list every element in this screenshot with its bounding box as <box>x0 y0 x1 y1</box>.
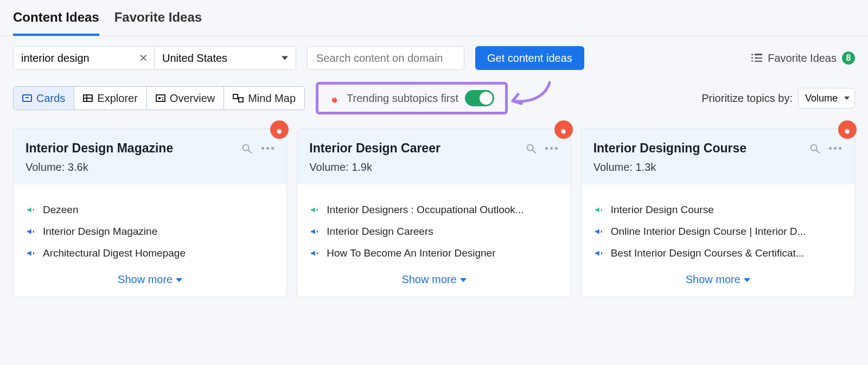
prioritize-control: Prioritize topics by: Volume <box>701 88 855 108</box>
view-explorer[interactable]: Explorer <box>74 87 146 110</box>
trending-toggle-label: Trending subtopics first <box>347 92 458 105</box>
mindmap-icon <box>233 94 244 103</box>
domain-search-input[interactable] <box>307 46 464 70</box>
card-title: Interior Design Career <box>309 141 517 156</box>
flame-icon <box>843 124 852 135</box>
favorite-ideas-count: 8 <box>842 52 855 65</box>
card-header: Interior Design CareerVolume: 1.9k <box>297 129 570 184</box>
megaphone-icon <box>25 248 36 258</box>
search-icon <box>525 143 537 155</box>
search-icon <box>809 143 821 155</box>
megaphone-icon <box>593 205 604 215</box>
trending-toggle[interactable] <box>465 90 494 106</box>
card-volume: Volume: 3.6k <box>25 161 275 174</box>
content-item[interactable]: Interior Designers : Occupational Outloo… <box>309 204 558 216</box>
chevron-down-icon <box>744 278 750 282</box>
tab-favorite-ideas[interactable]: Favorite Ideas <box>114 10 202 36</box>
country-select[interactable]: United States <box>155 47 296 69</box>
favorite-ideas-link[interactable]: Favorite Ideas 8 <box>751 52 855 65</box>
get-content-ideas-button[interactable]: Get content ideas <box>475 46 584 70</box>
search-icon <box>241 143 253 155</box>
content-item-text: Interior Designers : Occupational Outloo… <box>327 204 524 216</box>
card-search-button[interactable] <box>808 142 822 156</box>
show-more-link[interactable]: Show more <box>401 273 466 285</box>
content-item-text: Interior Design Careers <box>327 226 433 238</box>
card-header: Interior Design MagazineVolume: 3.6k <box>14 129 286 184</box>
explorer-icon <box>83 94 93 102</box>
card-header: Interior Designing CourseVolume: 1.3k <box>582 129 854 184</box>
overview-icon <box>156 94 165 102</box>
view-overview-label: Overview <box>170 92 215 105</box>
content-item[interactable]: Dezeen <box>25 204 275 216</box>
content-item[interactable]: Architectural Digest Homepage <box>25 247 275 259</box>
view-overview[interactable]: Overview <box>147 87 224 110</box>
view-cards-label: Cards <box>36 92 65 105</box>
view-explorer-label: Explorer <box>97 92 137 105</box>
megaphone-icon <box>25 227 36 236</box>
more-icon <box>829 147 841 150</box>
flame-icon <box>275 124 284 135</box>
view-toolbar: Cards Explorer Overview Mind Map Trendin… <box>0 76 868 124</box>
topic-card: Interior Designing CourseVolume: 1.3kInt… <box>581 129 855 297</box>
callout-arrow-icon <box>507 79 551 110</box>
show-more-link[interactable]: Show more <box>118 273 182 285</box>
content-item[interactable]: Interior Design Careers <box>309 226 558 238</box>
megaphone-icon <box>25 205 36 215</box>
content-item-text: Dezeen <box>43 204 79 216</box>
card-volume: Volume: 1.9k <box>309 161 558 174</box>
cards-container: Interior Design MagazineVolume: 3.6kDeze… <box>0 124 868 310</box>
tab-content-ideas[interactable]: Content Ideas <box>13 10 99 36</box>
show-more: Show more <box>14 259 286 297</box>
topic-country-group: ✕ United States <box>13 46 296 70</box>
card-more-button[interactable] <box>260 142 275 156</box>
card-more-button[interactable] <box>545 142 559 156</box>
card-body: Interior Design CourseOnline Interior De… <box>582 184 854 259</box>
content-item-text: Online Interior Design Course | Interior… <box>611 226 806 238</box>
topic-input[interactable] <box>14 47 133 69</box>
prioritize-select[interactable]: Volume <box>798 88 855 108</box>
cards-icon <box>22 94 32 102</box>
more-icon <box>261 147 274 150</box>
card-search-button[interactable] <box>240 142 254 156</box>
card-title: Interior Designing Course <box>593 141 801 156</box>
card-search-button[interactable] <box>524 142 538 156</box>
clear-topic-button[interactable]: ✕ <box>133 47 155 69</box>
megaphone-icon <box>593 248 604 258</box>
close-icon: ✕ <box>139 52 148 65</box>
content-item-text: Interior Design Magazine <box>43 226 157 238</box>
content-item[interactable]: Best Interior Design Courses & Certifica… <box>593 247 843 259</box>
view-cards[interactable]: Cards <box>14 87 74 110</box>
content-item[interactable]: Interior Design Magazine <box>25 226 275 238</box>
content-item[interactable]: Online Interior Design Course | Interior… <box>593 226 843 238</box>
show-more: Show more <box>297 259 570 297</box>
card-title: Interior Design Magazine <box>25 141 233 156</box>
trending-badge <box>554 120 573 139</box>
flame-icon <box>559 124 569 135</box>
content-item[interactable]: How To Become An Interior Designer <box>309 247 558 259</box>
main-tabs: Content Ideas Favorite Ideas <box>0 0 868 36</box>
toolbar: ✕ United States Get content ideas Favori… <box>0 36 868 76</box>
topic-card: Interior Design CareerVolume: 1.9kInteri… <box>297 129 571 297</box>
country-select-wrap: United States <box>155 47 296 69</box>
chevron-down-icon <box>460 278 467 282</box>
view-switch: Cards Explorer Overview Mind Map <box>13 86 305 110</box>
show-more: Show more <box>582 259 854 297</box>
topic-card: Interior Design MagazineVolume: 3.6kDeze… <box>13 129 287 297</box>
trending-badge <box>838 120 857 139</box>
megaphone-icon <box>309 227 320 236</box>
content-item[interactable]: Interior Design Course <box>593 204 843 216</box>
card-volume: Volume: 1.3k <box>593 161 843 174</box>
show-more-link[interactable]: Show more <box>686 273 750 285</box>
content-item-text: Best Interior Design Courses & Certifica… <box>611 247 805 259</box>
trending-subtopics-toggle-wrap: Trending subtopics first <box>316 82 508 114</box>
prioritize-label: Prioritize topics by: <box>701 92 793 105</box>
view-mind-map[interactable]: Mind Map <box>224 87 304 110</box>
card-body: DezeenInterior Design MagazineArchitectu… <box>14 184 286 259</box>
content-item-text: Interior Design Course <box>611 204 714 216</box>
flame-icon <box>329 92 340 104</box>
card-body: Interior Designers : Occupational Outloo… <box>297 184 570 259</box>
card-more-button[interactable] <box>828 142 843 156</box>
view-mind-map-label: Mind Map <box>248 92 296 105</box>
content-item-text: Architectural Digest Homepage <box>43 247 186 259</box>
more-icon <box>545 147 558 150</box>
